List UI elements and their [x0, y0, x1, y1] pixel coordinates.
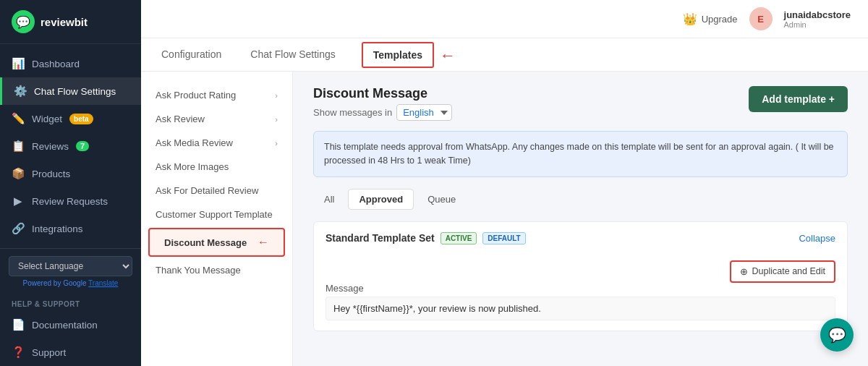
filter-tab-all[interactable]: All — [313, 189, 345, 210]
tabs-bar: Configuration Chat Flow Settings Templat… — [141, 38, 868, 72]
header: 👑 Upgrade E junaidabcstore Admin — [141, 0, 868, 38]
upgrade-label: Upgrade — [702, 14, 738, 25]
sidebar-item-label: Review Requests — [32, 196, 108, 207]
body-layout: Ask Product Rating › Ask Review › Ask Me… — [141, 72, 868, 366]
crown-icon: 👑 — [683, 12, 697, 26]
review-requests-icon: ▶ — [12, 195, 25, 208]
chevron-right-icon: › — [275, 139, 278, 148]
support-icon: ❓ — [12, 346, 25, 359]
sidebar-item-review-requests[interactable]: ▶ Review Requests — [0, 187, 141, 215]
menu-item-discount-message[interactable]: Discount Message ← — [148, 228, 285, 257]
message-content: Hey *{{firstName}}*, your review is now … — [326, 297, 835, 320]
filter-tabs: All Approved Queue — [313, 189, 848, 210]
tab-templates[interactable]: Templates — [362, 42, 434, 68]
help-support-section: HELP & SUPPORT 📄 Documentation ❓ Support… — [0, 294, 141, 366]
discount-message-wrapper: Discount Message ← — [141, 226, 292, 258]
panel-header: Discount Message Show messages in Englis… — [313, 86, 848, 121]
filter-tab-approved[interactable]: Approved — [348, 189, 414, 210]
integrations-icon: 🔗 — [12, 222, 25, 235]
message-label: Message — [326, 283, 835, 294]
logo-area: 💬 reviewbit — [0, 0, 141, 44]
panel-title-section: Discount Message Show messages in Englis… — [313, 86, 452, 121]
upgrade-button[interactable]: 👑 Upgrade — [683, 12, 738, 26]
language-dropdown[interactable]: English Spanish French — [396, 104, 452, 121]
sidebar-item-label: Dashboard — [32, 59, 80, 69]
sidebar-nav: 📊 Dashboard ⚙️ Chat Flow Settings ✏️ Wid… — [0, 44, 141, 248]
left-panel: Ask Product Rating › Ask Review › Ask Me… — [141, 72, 293, 366]
menu-item-ask-more-images[interactable]: Ask More Images — [141, 155, 292, 179]
tab-configuration[interactable]: Configuration — [158, 38, 224, 72]
language-section: Select Language English Spanish French P… — [0, 248, 141, 294]
sidebar-item-label: Widget — [32, 114, 62, 124]
chat-widget-icon: 💬 — [828, 326, 846, 344]
menu-item-ask-detailed-review[interactable]: Ask For Detailed Review — [141, 179, 292, 203]
menu-item-ask-media-review[interactable]: Ask Media Review › — [141, 131, 292, 155]
help-support-label: HELP & SUPPORT — [0, 294, 141, 311]
sidebar-item-widget[interactable]: ✏️ Widget beta — [0, 105, 141, 132]
collapse-button[interactable]: Collapse — [799, 233, 835, 244]
notice-box: This template needs approval from WhatsA… — [313, 131, 848, 177]
user-name: junaidabcstore — [784, 9, 851, 20]
avatar: E — [749, 7, 773, 30]
widget-icon: ✏️ — [12, 112, 25, 125]
show-messages-label: Show messages in — [313, 107, 392, 118]
chat-widget-button[interactable]: 💬 — [820, 318, 854, 352]
chevron-right-icon: › — [275, 115, 278, 124]
menu-item-customer-support[interactable]: Customer Support Template — [141, 203, 292, 226]
message-section: ⊕ Duplicate and Edit Message Hey *{{firs… — [326, 253, 835, 320]
sidebar-item-reviews[interactable]: 📋 Reviews 7 — [0, 132, 141, 160]
default-badge: DEFAULT — [482, 232, 525, 244]
add-template-button[interactable]: Add template + — [749, 86, 848, 112]
products-icon: 📦 — [12, 167, 25, 180]
show-messages-row: Show messages in English Spanish French — [313, 104, 452, 121]
template-card-title: Standard Template Set ACTIVE DEFAULT — [326, 232, 526, 244]
reviews-icon: 📋 — [12, 140, 25, 153]
sidebar-item-chat-flow-settings[interactable]: ⚙️ Chat Flow Settings — [0, 77, 141, 105]
sidebar-item-label: Chat Flow Settings — [34, 86, 116, 97]
reviews-badge: 7 — [76, 141, 89, 151]
logo-icon: 💬 — [12, 10, 35, 33]
main-content: 👑 Upgrade E junaidabcstore Admin Configu… — [141, 0, 868, 366]
duplicate-edit-button[interactable]: ⊕ Duplicate and Edit — [730, 260, 835, 283]
sidebar-item-label: Support — [32, 347, 66, 358]
template-card-header: Standard Template Set ACTIVE DEFAULT Col… — [326, 232, 835, 244]
menu-item-thank-you-message[interactable]: Thank You Message — [141, 258, 292, 282]
sidebar-item-integrations[interactable]: 🔗 Integrations — [0, 215, 141, 242]
settings-icon: ⚙️ — [14, 85, 27, 98]
sidebar-item-documentation[interactable]: 📄 Documentation — [0, 311, 141, 339]
sidebar: 💬 reviewbit 📊 Dashboard ⚙️ Chat Flow Set… — [0, 0, 141, 366]
user-info: junaidabcstore Admin — [784, 9, 851, 29]
chevron-right-icon: › — [275, 91, 278, 100]
panel-title: Discount Message — [313, 86, 452, 101]
sidebar-item-dashboard[interactable]: 📊 Dashboard — [0, 50, 141, 77]
sidebar-item-label: Documentation — [32, 320, 98, 331]
discount-arrow: ← — [258, 236, 269, 249]
documentation-icon: 📄 — [12, 318, 25, 331]
sidebar-item-label: Integrations — [32, 224, 83, 234]
sidebar-item-label: Reviews — [32, 141, 69, 152]
menu-item-ask-product-rating[interactable]: Ask Product Rating › — [141, 83, 292, 107]
menu-item-ask-review[interactable]: Ask Review › — [141, 107, 292, 131]
tab-chat-flow-settings[interactable]: Chat Flow Settings — [247, 38, 339, 72]
duplicate-icon: ⊕ — [740, 266, 748, 277]
sidebar-item-products[interactable]: 📦 Products — [0, 160, 141, 187]
right-panel: Discount Message Show messages in Englis… — [293, 72, 868, 366]
dashboard-icon: 📊 — [12, 57, 25, 70]
template-card: Standard Template Set ACTIVE DEFAULT Col… — [313, 221, 848, 331]
translate-link[interactable]: Translate — [88, 279, 118, 287]
powered-by-label: Powered by Google Translate — [9, 279, 132, 287]
beta-badge: beta — [69, 114, 93, 124]
user-role: Admin — [784, 20, 851, 29]
language-select[interactable]: Select Language English Spanish French — [9, 256, 132, 276]
logo-text: reviewbit — [41, 16, 88, 28]
sidebar-item-support[interactable]: ❓ Support — [0, 339, 141, 366]
filter-tab-queue[interactable]: Queue — [417, 189, 467, 210]
templates-arrow-indicator: ← — [440, 46, 456, 65]
sidebar-item-label: Products — [32, 169, 70, 179]
active-badge: ACTIVE — [441, 232, 477, 244]
